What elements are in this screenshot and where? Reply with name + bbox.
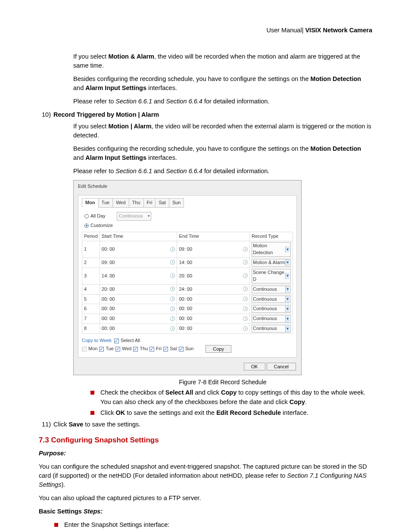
col-start: Start Time (100, 232, 177, 241)
start-time-cell[interactable]: 20: 00🕓 (100, 284, 177, 294)
clock-icon[interactable]: 🕓 (243, 247, 248, 252)
start-time-cell[interactable]: 00: 00🕓 (100, 241, 177, 258)
record-type-cell[interactable]: Motion & Alarm▾ (250, 258, 293, 268)
record-type-cell[interactable]: Motion Detection▾ (250, 241, 293, 258)
end-time-cell[interactable]: 14: 00🕓 (177, 258, 250, 268)
record-type-cell[interactable]: Scene Change D▾ (250, 268, 293, 284)
list-number: 10) (39, 110, 53, 119)
clock-icon[interactable]: 🕓 (170, 296, 175, 302)
clock-icon[interactable]: 🕓 (170, 287, 175, 292)
end-time-cell[interactable]: 09: 00🕓 (177, 241, 250, 258)
clock-icon[interactable]: 🕓 (170, 247, 175, 252)
edit-schedule-dialog: Edit Schedule Mon Tue Wed Thu Fri Sat Su… (73, 180, 302, 375)
bullet-icon (90, 391, 94, 395)
chevron-down-icon[interactable]: ▾ (285, 246, 290, 253)
copy-to-week-label: Copy to Week (82, 337, 112, 344)
start-time-cell[interactable]: 14: 00🕓 (100, 268, 177, 284)
checkbox-sun[interactable] (179, 347, 184, 352)
paragraph: You can configure the scheduled snapshot… (39, 462, 372, 489)
period-cell: 8 (82, 324, 100, 334)
checkbox-wed[interactable] (115, 347, 120, 352)
clock-icon[interactable]: 🕓 (243, 306, 248, 311)
chevron-down-icon[interactable]: ▾ (285, 326, 290, 332)
chevron-down-icon[interactable]: ▾ (285, 296, 290, 302)
list-title: Record Triggered by Motion | Alarm (53, 110, 372, 119)
start-time-cell[interactable]: 00: 00🕓 (100, 304, 177, 314)
checkbox-select-all[interactable] (114, 339, 119, 343)
paragraph: Please refer to Section 6.6.1 and Sectio… (73, 167, 372, 176)
customize-label: Customize (90, 222, 113, 229)
table-row: 700: 00🕓00: 00🕓Continuous▾ (82, 314, 293, 324)
end-time-cell[interactable]: 00: 00🕓 (177, 294, 250, 304)
end-time-cell[interactable]: 24: 00🕓 (177, 284, 250, 294)
clock-icon[interactable]: 🕓 (243, 260, 248, 265)
chevron-down-icon[interactable]: ▾ (285, 286, 290, 292)
period-cell: 1 (82, 241, 100, 258)
tab-wed[interactable]: Wed (112, 198, 129, 208)
list-number: 11) (39, 420, 53, 429)
section-heading: 7.3 Configuring Snapshot Settings (39, 435, 372, 446)
schedule-table: Period Start Time End Time Record Type 1… (82, 232, 293, 334)
record-type-cell[interactable]: Continuous▾ (250, 324, 293, 334)
tab-sun[interactable]: Sun (169, 198, 184, 208)
chevron-down-icon[interactable]: ▾ (285, 306, 290, 312)
record-type-cell[interactable]: Continuous▾ (250, 314, 293, 324)
end-time-cell[interactable]: 00: 00🕓 (177, 314, 250, 324)
checkbox-tue[interactable] (99, 347, 104, 352)
bullet-icon (90, 411, 94, 415)
tab-tue[interactable]: Tue (98, 198, 113, 208)
radio-customize[interactable] (84, 224, 89, 228)
header-manual: User Manual (266, 27, 302, 34)
period-cell: 7 (82, 314, 100, 324)
clock-icon[interactable]: 🕓 (170, 326, 175, 331)
clock-icon[interactable]: 🕓 (243, 296, 248, 302)
clock-icon[interactable]: 🕓 (243, 287, 248, 292)
record-type-cell[interactable]: Continuous▾ (250, 294, 293, 304)
end-time-cell[interactable]: 00: 00🕓 (177, 304, 250, 314)
chevron-down-icon[interactable]: ▾ (285, 259, 290, 266)
clock-icon[interactable]: 🕓 (170, 306, 175, 311)
period-cell: 3 (82, 268, 100, 284)
chevron-down-icon[interactable]: ▾ (285, 273, 290, 279)
tab-fri[interactable]: Fri (143, 198, 156, 208)
clock-icon[interactable]: 🕓 (170, 274, 175, 279)
col-end: End Time (177, 232, 250, 241)
copy-button[interactable]: Copy (206, 345, 231, 353)
tab-sat[interactable]: Sat (155, 198, 169, 208)
clock-icon[interactable]: 🕓 (170, 316, 175, 321)
start-time-cell[interactable]: 00: 00🕓 (100, 324, 177, 334)
checkbox-thu[interactable] (133, 347, 138, 352)
cancel-button[interactable]: Cancel (267, 363, 296, 370)
record-type-cell[interactable]: Continuous▾ (250, 284, 293, 294)
table-row: 209: 00🕓14: 00🕓Motion & Alarm▾ (82, 258, 293, 268)
header-product: VISIX Network Camera (305, 27, 372, 34)
tab-thu[interactable]: Thu (129, 198, 144, 208)
checkbox-sat[interactable] (163, 347, 168, 352)
table-row: 600: 00🕓00: 00🕓Continuous▾ (82, 304, 293, 314)
clock-icon[interactable]: 🕓 (170, 260, 175, 265)
dialog-title: Edit Schedule (74, 180, 301, 192)
clock-icon[interactable]: 🕓 (243, 316, 248, 321)
start-time-cell[interactable]: 09: 00🕓 (100, 258, 177, 268)
end-time-cell[interactable]: 20: 00🕓 (177, 268, 250, 284)
table-row: 800: 00🕓00: 00🕓Continuous▾ (82, 324, 293, 334)
start-time-cell[interactable]: 00: 00🕓 (100, 294, 177, 304)
paragraph: Please refer to Section 6.6.1 and Sectio… (73, 97, 372, 106)
tab-row: Mon Tue Wed Thu Fri Sat Sun (82, 198, 293, 208)
checkbox-fri[interactable] (149, 347, 154, 352)
clock-icon[interactable]: 🕓 (243, 326, 248, 331)
table-row: 500: 00🕓00: 00🕓Continuous▾ (82, 294, 293, 304)
end-time-cell[interactable]: 00: 00🕓 (177, 324, 250, 334)
ok-button[interactable]: OK (244, 363, 265, 370)
select-all-label: Select All (121, 337, 140, 344)
clock-icon[interactable]: 🕓 (243, 274, 248, 279)
record-type-cell[interactable]: Continuous▾ (250, 304, 293, 314)
start-time-cell[interactable]: 00: 00🕓 (100, 314, 177, 324)
table-row: 100: 00🕓09: 00🕓Motion Detection▾ (82, 241, 293, 258)
tab-mon[interactable]: Mon (82, 198, 99, 208)
bullet-item: Check the checkbox of Select All and cli… (90, 388, 372, 406)
radio-all-day[interactable] (84, 214, 89, 218)
basic-steps: Basic Settings Steps: (39, 507, 372, 516)
copy-to-week-row: Copy to Week Select All (82, 337, 293, 344)
chevron-down-icon[interactable]: ▾ (285, 316, 290, 322)
